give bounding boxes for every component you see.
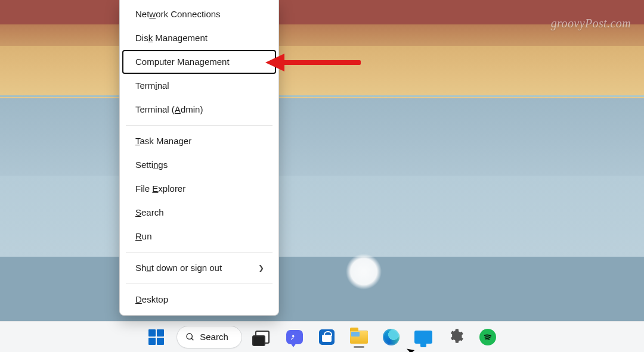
windows-logo-icon [148, 329, 164, 345]
taskbar: Search [0, 321, 644, 352]
menu-item-label: Shut down or sign out [135, 262, 222, 274]
menu-item-label: Settings [135, 159, 168, 171]
menu-separator [126, 284, 273, 284]
gear-icon [447, 328, 464, 347]
menu-item-file-explorer[interactable]: File Explorer [122, 177, 276, 201]
start-button[interactable] [144, 325, 168, 349]
menu-item-label: Desktop [135, 294, 168, 306]
menu-item-label: Disk Management [135, 32, 208, 44]
taskbar-search-label: Search [200, 332, 228, 342]
menu-item-terminal-admin[interactable]: Terminal (Admin) [122, 98, 276, 122]
microsoft-store-icon [319, 329, 335, 345]
chevron-right-icon: ❯ [258, 262, 264, 274]
menu-item-label: Terminal (Admin) [135, 104, 203, 116]
menu-separator [126, 125, 273, 126]
menu-item-label: Search [135, 207, 164, 219]
taskbar-app-spotify[interactable] [476, 325, 500, 349]
taskbar-app-monitor[interactable] [411, 325, 435, 349]
edge-icon [383, 329, 400, 345]
desktop-wallpaper [0, 0, 644, 352]
chat-icon [286, 330, 303, 344]
spotify-icon [479, 329, 496, 345]
svg-point-2 [292, 335, 295, 337]
svg-point-0 [187, 334, 192, 339]
svg-line-1 [191, 338, 193, 340]
menu-item-label: Run [135, 230, 152, 242]
menu-item-label: Terminal [135, 80, 169, 92]
search-icon [185, 332, 195, 342]
menu-item-task-manager[interactable]: Task Manager [122, 129, 276, 153]
menu-item-network-connections[interactable]: Network Connections [122, 2, 276, 26]
menu-item-label: Network Connections [135, 8, 221, 20]
annotation-arrow [265, 54, 361, 71]
menu-item-computer-management[interactable]: Computer Management [122, 50, 276, 74]
menu-item-search[interactable]: Search [122, 201, 276, 225]
menu-item-terminal[interactable]: Terminal [122, 74, 276, 98]
taskbar-search[interactable]: Search [177, 326, 242, 348]
taskbar-app-file-explorer[interactable] [347, 325, 371, 349]
taskbar-app-edge[interactable] [379, 325, 403, 349]
taskbar-app-chat[interactable] [283, 325, 306, 349]
menu-item-label: Task Manager [135, 135, 191, 147]
task-view-button[interactable] [250, 325, 274, 349]
menu-item-shutdown[interactable]: Shut down or sign out ❯ [122, 256, 276, 280]
menu-separator [126, 252, 273, 253]
monitor-icon [414, 331, 432, 344]
menu-item-run[interactable]: Run [122, 225, 276, 248]
menu-item-settings[interactable]: Settings [122, 153, 276, 177]
file-explorer-icon [350, 331, 368, 344]
menu-item-desktop[interactable]: Desktop [122, 288, 276, 311]
menu-item-label: Computer Management [135, 56, 230, 68]
taskbar-app-settings[interactable] [444, 325, 467, 349]
taskbar-app-store[interactable] [315, 325, 339, 349]
winx-context-menu: Network Connections Disk Management Comp… [119, 0, 279, 316]
menu-item-disk-management[interactable]: Disk Management [122, 26, 276, 50]
task-view-icon [255, 331, 270, 344]
watermark-text: groovyPost.com [551, 17, 631, 30]
menu-item-label: File Explorer [135, 183, 185, 195]
